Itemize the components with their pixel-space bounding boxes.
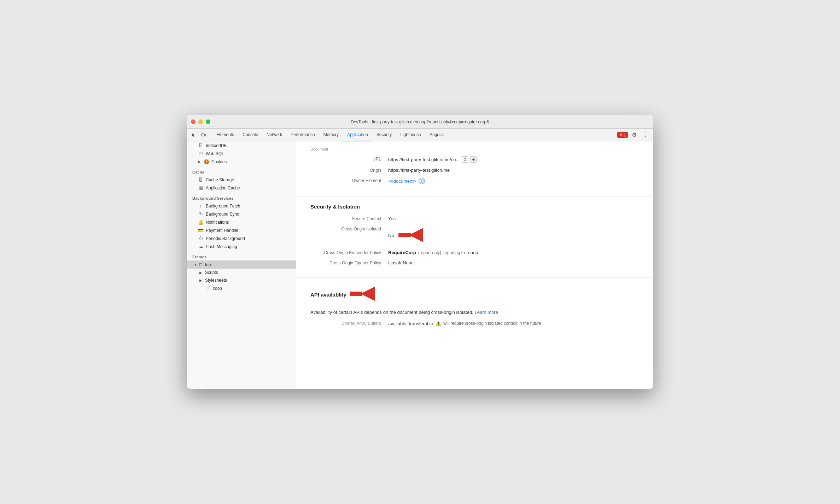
devtools-nav: Elements Console Network Performance Mem… — [187, 129, 653, 141]
coep-label: Cross-Origin Embedder Policy — [310, 250, 388, 255]
cookies-icon: 🍪 — [204, 159, 209, 164]
tab-memory[interactable]: Memory — [319, 129, 343, 141]
window-controls — [191, 119, 210, 124]
top-expand-icon: ▼ — [194, 263, 197, 266]
cross-origin-isolated-value: No — [388, 226, 639, 245]
titlebar: DevTools - first-party-test.glitch.me/co… — [187, 115, 653, 129]
sidebar-item-background-sync[interactable]: ↻ Background Sync — [187, 210, 296, 218]
sidebar-item-application-cache[interactable]: ▦ Application Cache — [187, 184, 296, 192]
warning-icon: ⚠️ — [435, 321, 441, 326]
document-section-title: Document — [310, 147, 639, 151]
stylesheets-expand-icon: ▶ — [199, 279, 202, 282]
svg-rect-0 — [202, 134, 204, 136]
maximize-button[interactable] — [206, 119, 210, 124]
info-button[interactable]: ⓘ — [419, 178, 425, 184]
owner-element-label: Owner Element — [310, 178, 388, 183]
sidebar-item-stylesheets[interactable]: ▶ Stylesheets — [187, 276, 296, 284]
device-toolbar-icon[interactable] — [199, 131, 208, 139]
coep-reporting-value: coep — [468, 250, 478, 255]
background-services-header: Background Services — [187, 192, 296, 202]
learn-more-link[interactable]: Learn more — [474, 310, 498, 315]
payment-icon: 💳 — [198, 228, 204, 233]
owner-element-row: Owner Element <#document> ⓘ — [310, 178, 639, 184]
url-value-container: https://first-party-test.glitch.me/co...… — [388, 156, 639, 163]
coep-reporting-label: reporting to: — [443, 250, 466, 255]
scripts-expand-icon: ▶ — [199, 271, 202, 275]
sidebar-bottom-space — [187, 292, 296, 306]
security-section: Security & Isolation Secure Context Yes … — [296, 197, 653, 278]
cross-origin-isolated-row: Cross-Origin Isolated No — [310, 226, 639, 245]
owner-element-link[interactable]: <#document> — [388, 178, 416, 184]
sidebar-item-push-messaging[interactable]: ☁ Push Messaging — [187, 242, 296, 251]
red-arrow-annotation-1 — [398, 226, 423, 245]
app-cache-icon: ▦ — [198, 185, 204, 191]
sidebar-item-indexeddb[interactable]: 🗄 IndexedDB — [187, 141, 296, 150]
sync-icon: ↻ — [198, 211, 204, 217]
coop-label: Cross-Origin Opener Policy — [310, 260, 388, 265]
sidebar-item-websql[interactable]: 🗃 Web SQL — [187, 150, 296, 158]
settings-button[interactable]: ⚙ — [629, 130, 639, 140]
expand-icon: ▶ — [198, 160, 201, 164]
tab-security[interactable]: Security — [372, 129, 396, 141]
error-x-icon: ✕ — [619, 133, 623, 137]
svg-marker-4 — [361, 287, 375, 301]
coep-row: Cross-Origin Embedder Policy RequireCorp… — [310, 250, 639, 255]
origin-label: Origin — [310, 168, 388, 173]
folder-icon: □ — [199, 262, 202, 267]
api-heading-row: API availablity — [310, 285, 639, 304]
error-badge[interactable]: ✕ 1 — [617, 132, 628, 138]
tab-application[interactable]: Application — [343, 129, 372, 141]
origin-value: https://first-party-test.glitch.me — [388, 168, 450, 173]
cache-storage-icon: 🗄 — [198, 177, 204, 182]
url-value: https://first-party-test.glitch.me/co... — [388, 157, 460, 162]
svg-marker-2 — [409, 228, 423, 242]
security-section-heading: Security & Isolation — [310, 204, 639, 210]
sidebar-item-top[interactable]: ▼ □ top — [187, 260, 296, 269]
sidebar-item-notifications[interactable]: 🔔 Notifications — [187, 218, 296, 226]
owner-element-value-container: <#document> ⓘ — [388, 178, 639, 184]
svg-rect-3 — [398, 233, 411, 237]
document-section: Document URL https://first-party-test.gl… — [296, 141, 653, 197]
shared-buffers-value: available, transferable — [388, 321, 433, 326]
more-options-button[interactable]: ⋮ — [641, 130, 651, 140]
nav-tool-icons — [189, 131, 208, 139]
window-title: DevTools - first-party-test.glitch.me/co… — [187, 119, 653, 124]
minimize-button[interactable] — [198, 119, 203, 124]
sidebar-item-cache-storage[interactable]: 🗄 Cache Storage — [187, 176, 296, 184]
nav-right: ✕ 1 ⚙ ⋮ — [617, 130, 651, 140]
api-section-heading: API availablity — [310, 292, 346, 298]
sidebar-item-background-fetch[interactable]: ↕ Background Fetch — [187, 202, 296, 210]
push-icon: ☁ — [198, 244, 204, 249]
tab-elements[interactable]: Elements — [212, 129, 238, 141]
tab-angular[interactable]: Angular — [425, 129, 448, 141]
cursor-icon[interactable] — [189, 131, 198, 139]
shared-buffers-value-container: available, transferable ⚠️ will require … — [388, 321, 639, 326]
sidebar: 🗄 IndexedDB 🗃 Web SQL ▶ 🍪 Cookies Cache … — [187, 141, 296, 389]
tab-lighthouse[interactable]: Lighthouse — [396, 129, 425, 141]
tab-network[interactable]: Network — [262, 129, 286, 141]
api-availability-section: API availablity Availability of certain … — [296, 278, 653, 342]
open-url-button[interactable]: ⊕ — [470, 156, 477, 163]
sql-icon: 🗃 — [198, 151, 204, 156]
file-icon: 📄 — [205, 286, 211, 291]
sidebar-item-payment-handler[interactable]: 💳 Payment Handler — [187, 226, 296, 234]
devtools-body: 🗄 IndexedDB 🗃 Web SQL ▶ 🍪 Cookies Cache … — [187, 141, 653, 389]
copy-url-button[interactable]: ⊙ — [462, 156, 468, 163]
database-icon: 🗄 — [198, 143, 204, 148]
tab-performance[interactable]: Performance — [286, 129, 319, 141]
shared-buffers-note: will require cross-origin isolated conte… — [443, 321, 541, 326]
main-panel: Document URL https://first-party-test.gl… — [296, 141, 653, 389]
cache-section-header: Cache — [187, 166, 296, 176]
shared-array-buffers-row: Shared Array Buffers available, transfer… — [310, 321, 639, 326]
origin-row: Origin https://first-party-test.glitch.m… — [310, 168, 639, 173]
tab-console[interactable]: Console — [238, 129, 262, 141]
origin-value-container: https://first-party-test.glitch.me — [388, 168, 639, 173]
svg-rect-1 — [205, 134, 206, 136]
frames-section-header: Frames — [187, 251, 296, 260]
sidebar-item-scripts[interactable]: ▶ Scripts — [187, 269, 296, 276]
sidebar-item-periodic-background[interactable]: ⏱ Periodic Background — [187, 234, 296, 242]
sidebar-item-coop[interactable]: 📄 coop — [187, 284, 296, 292]
sidebar-item-cookies[interactable]: ▶ 🍪 Cookies — [187, 158, 296, 166]
close-button[interactable] — [191, 119, 196, 124]
coep-value-bold: RequireCorp — [388, 250, 416, 255]
